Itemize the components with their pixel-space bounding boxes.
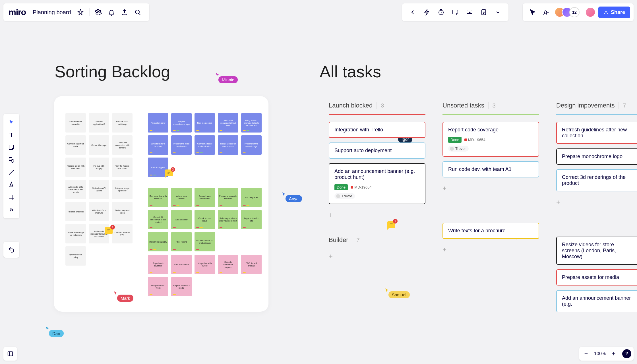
chevron-down-icon[interactable]: [493, 7, 503, 17]
sticky-note[interactable]: Check the connection with camera: [112, 135, 133, 155]
collaborator-avatars[interactable]: 12: [555, 7, 580, 17]
undo-button[interactable]: [3, 242, 19, 258]
miro-logo[interactable]: miro: [9, 7, 26, 17]
cursor-icon[interactable]: [528, 7, 537, 17]
help-button[interactable]: ?: [622, 349, 631, 358]
sticky-note[interactable]: Write texts for a brochure: [148, 135, 168, 155]
kanban-card[interactable]: Support auto deployment: [329, 142, 425, 159]
sticky-note[interactable]: Connect isolated VPN: [112, 224, 133, 243]
sticky-note[interactable]: Prepare an image for instagram: [65, 224, 86, 243]
share-button[interactable]: Share: [598, 7, 630, 18]
sticky-note[interactable]: Upload an API update: [89, 180, 109, 199]
sticky-note[interactable]: Reduce task-switching: [112, 113, 133, 133]
canvas[interactable]: miro Planning board 12 Share: [0, 0, 637, 364]
frame-tool[interactable]: [6, 191, 17, 204]
assignee-chip[interactable]: Trevor: [334, 193, 355, 199]
add-card-button[interactable]: +: [329, 250, 425, 262]
sticky-note[interactable]: New blog design: [195, 113, 215, 133]
sticky-tool[interactable]: [6, 141, 17, 154]
add-card-button[interactable]: +: [329, 209, 425, 221]
kanban-card[interactable]: Prepare assets for media: [556, 269, 637, 286]
pen-tool[interactable]: [6, 179, 17, 191]
timer-icon[interactable]: [436, 7, 446, 17]
more-tool[interactable]: [6, 204, 17, 216]
sticky-note[interactable]: Check access issue: [195, 210, 215, 229]
sticky-note[interactable]: Prepare monochrome logo: [171, 113, 192, 133]
bolt-icon[interactable]: [422, 7, 432, 17]
zoom-out-button[interactable]: [582, 349, 591, 358]
sticky-note[interactable]: PDC firewall change: [241, 255, 262, 274]
kanban-card[interactable]: Resize videos for store screens (London,…: [556, 237, 637, 265]
star-icon[interactable]: [76, 7, 85, 17]
add-card-button[interactable]: +: [556, 196, 637, 208]
sticky-note[interactable]: Add media kit to presentation with resul…: [65, 180, 86, 199]
present-icon[interactable]: [465, 7, 474, 17]
kanban-card[interactable]: Prepare monochrome logo: [556, 148, 637, 165]
sticky-note[interactable]: Update content on product page: [195, 232, 215, 251]
chevron-left-icon[interactable]: [408, 7, 417, 17]
kanban-card[interactable]: Write texts for a brochure: [442, 223, 539, 239]
line-tool[interactable]: [6, 166, 17, 179]
kanban-col-unsorted[interactable]: Unsorted tasks 3 Report code coverageDon…: [442, 102, 539, 256]
sticky-note[interactable]: Create 404 page: [89, 135, 109, 155]
collaborator-count[interactable]: 12: [569, 7, 580, 17]
zoom-in-button[interactable]: [609, 349, 618, 358]
sticky-note[interactable]: Bring product characteristics to the fro…: [241, 113, 262, 133]
screen-add-icon[interactable]: [450, 7, 460, 17]
kanban-card[interactable]: Integration with Trello: [329, 122, 425, 138]
sticky-note[interactable]: Support auto deployment: [195, 188, 215, 207]
sticky-note[interactable]: Prepare a plan with milestones: [65, 158, 86, 177]
board-title[interactable]: Planning board: [33, 9, 71, 16]
sticky-note[interactable]: Test the feature with photo: [112, 158, 133, 177]
sticky-note[interactable]: Make a code review: [171, 188, 192, 207]
settings-icon[interactable]: [94, 7, 103, 17]
sticky-note[interactable]: Resize videos for store screens: [218, 135, 238, 155]
reactions-icon[interactable]: [541, 7, 551, 17]
kanban-col-launch[interactable]: Launch blocked 3 Integration with Trello…: [329, 102, 425, 262]
my-avatar[interactable]: [585, 7, 595, 17]
add-card-button[interactable]: +: [442, 243, 539, 256]
kanban-card[interactable]: Report code coverageDoneMD-19654Trevor: [442, 122, 539, 157]
comment-bubble[interactable]: 3: [165, 169, 173, 176]
sticky-note[interactable]: Prepare for the second stage: [241, 135, 262, 155]
sticky-note[interactable]: Write texts for a brochure: [89, 202, 109, 221]
sticky-note[interactable]: Add deep links: [241, 188, 262, 207]
sticky-note[interactable]: Security compliance prepare: [218, 255, 238, 274]
sticky-note[interactable]: Fix system error: [148, 113, 168, 133]
sticky-note[interactable]: Connect 2 factor authentication: [195, 135, 215, 155]
sticky-note[interactable]: Onboard application C: [89, 113, 109, 133]
sticky-note[interactable]: Connect plugin for social: [65, 135, 86, 155]
notes-icon[interactable]: [479, 7, 489, 17]
sticky-note[interactable]: Online payment issue: [112, 202, 133, 221]
sticky-note[interactable]: Prepare assets for media: [171, 277, 192, 296]
kanban-col-design[interactable]: Design impovements 7 Refresh guidelines …: [556, 102, 637, 317]
sticky-note[interactable]: Refresh guidelines after new collection: [218, 210, 238, 229]
sticky-note[interactable]: Report code coverage: [148, 255, 168, 274]
sticky-note[interactable]: Update cookie policy: [65, 246, 86, 266]
search-icon[interactable]: [133, 7, 142, 17]
sticky-note[interactable]: Run code dev. with team A1: [148, 188, 168, 207]
comment-bubble[interactable]: 1: [105, 227, 113, 234]
sticky-note[interactable]: Fix bug with Shopify: [89, 158, 109, 177]
kanban-card[interactable]: Add an announcement banner (e.g.: [556, 290, 637, 312]
sticky-note[interactable]: Determine capacity: [148, 232, 168, 251]
sticky-note[interactable]: Prepare a plan with deadlines: [218, 188, 238, 207]
add-card-button[interactable]: +: [442, 182, 539, 195]
sticky-note[interactable]: Integration with Trello: [148, 277, 168, 296]
sticky-note[interactable]: Prepare the initial wireframes: [171, 135, 192, 155]
kanban-card[interactable]: Correct 3d renderings of the product: [556, 169, 637, 191]
kanban-card[interactable]: Add an announcement banner (e.g. product…: [329, 163, 425, 204]
sticky-note[interactable]: Add a banner: [171, 210, 192, 229]
sticky-note[interactable]: Filter reports: [171, 232, 192, 251]
sticky-note[interactable]: Integrate image optimizer: [112, 180, 133, 199]
kanban-card[interactable]: Refresh guidelines after new collection: [556, 122, 637, 144]
sticky-note[interactable]: Connect email newsletter: [65, 113, 86, 133]
sticky-note[interactable]: Check data escaping in input fields: [218, 113, 238, 133]
sticky-note[interactable]: Push last content: [171, 255, 192, 274]
select-tool[interactable]: [6, 116, 17, 129]
bell-icon[interactable]: [107, 7, 116, 17]
collapse-panel-button[interactable]: [3, 347, 17, 361]
sticky-note[interactable]: Integration with Twillio: [195, 255, 215, 274]
shape-tool[interactable]: [6, 154, 17, 166]
sticky-note[interactable]: Correct 3d renderings of the product: [148, 210, 168, 229]
